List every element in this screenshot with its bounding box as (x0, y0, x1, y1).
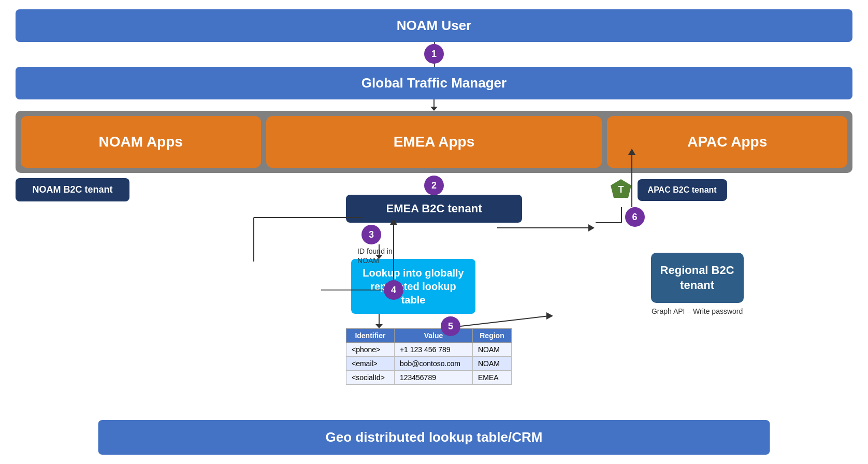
graph-api-label: Graph API – Write password (651, 307, 744, 315)
emea-b2c-box: EMEA B2C tenant (346, 195, 522, 223)
step-1-circle: 1 (424, 44, 444, 64)
step-2-circle: 2 (424, 176, 444, 195)
pentagon-t-icon: T (610, 178, 632, 202)
lookup-table: Identifier Value Region <phone>+1 123 45… (346, 328, 512, 385)
col-value: Value (394, 329, 472, 343)
lookup-box: Lookup into globally replicated lookup t… (351, 259, 475, 314)
regional-b2c-box: Regional B2C tenant (651, 253, 744, 303)
apps-row: NOAM Apps EMEA Apps APAC Apps (16, 111, 852, 173)
table-cell: <phone> (346, 343, 394, 357)
noam-b2c-box: NOAM B2C tenant (16, 178, 129, 201)
table-cell: NOAM (472, 343, 511, 357)
step-6-circle: 6 (625, 207, 645, 227)
table-cell: +1 123 456 789 (394, 343, 472, 357)
svg-marker-5 (375, 324, 383, 328)
apac-b2c-box: APAC B2C tenant (638, 179, 727, 201)
table-cell: <socialId> (346, 371, 394, 385)
emea-apps-box: EMEA Apps (266, 116, 602, 168)
gtm-bar: Global Traffic Manager (16, 67, 852, 99)
diagram-container: NOAM User 1 Global Traffic Manager NOAM … (0, 0, 868, 464)
table-cell: EMEA (472, 371, 511, 385)
table-cell: 123456789 (394, 371, 472, 385)
col-region: Region (472, 329, 511, 343)
svg-text:T: T (618, 184, 624, 195)
noam-user-bar: NOAM User (16, 9, 852, 42)
noam-apps-box: NOAM Apps (21, 116, 261, 168)
apac-apps-box: APAC Apps (607, 116, 847, 168)
bottom-bar: Geo distributed lookup table/CRM (98, 420, 770, 455)
col-identifier: Identifier (346, 329, 394, 343)
svg-marker-1 (430, 107, 438, 111)
table-cell: NOAM (472, 357, 511, 371)
table-cell: <email> (346, 357, 394, 371)
table-cell: bob@contoso.com (394, 357, 472, 371)
svg-marker-3 (375, 255, 383, 259)
step-3-circle: 3 (361, 225, 381, 244)
